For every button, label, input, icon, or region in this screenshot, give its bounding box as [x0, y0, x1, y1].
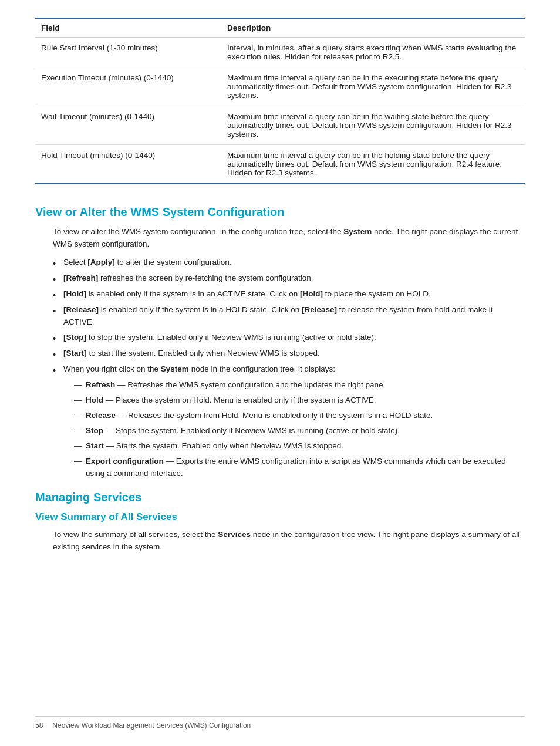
- table-cell-description: Interval, in minutes, after a query star…: [221, 38, 525, 67]
- dash-item: Export configuration — Exports the entir…: [74, 455, 525, 480]
- dash-item: Refresh — Refreshes the WMS system confi…: [74, 379, 525, 391]
- table-row: Wait Timeout (minutes) (0-1440)Maximum t…: [35, 106, 525, 145]
- footer: 58 Neoview Workload Management Services …: [35, 716, 525, 730]
- table-header-field: Field: [35, 18, 221, 38]
- table-cell-field: Rule Start Interval (1-30 minutes): [35, 38, 221, 67]
- footer-title: Neoview Workload Management Services (WM…: [52, 721, 251, 730]
- table-header-description: Description: [221, 18, 525, 38]
- section-view-alter: View or Alter the WMS System Configurati…: [35, 205, 525, 480]
- dash-item: Hold — Places the system on Hold. Menu i…: [74, 394, 525, 407]
- section1-bullets: Select [Apply] to alter the system confi…: [53, 256, 525, 480]
- list-item: [Stop] to stop the system. Enabled only …: [53, 332, 525, 344]
- table-cell-field: Execution Timeout (minutes) (0-1440): [35, 67, 221, 106]
- field-description-table: Field Description Rule Start Interval (1…: [35, 18, 525, 184]
- table-cell-field: Wait Timeout (minutes) (0-1440): [35, 106, 221, 145]
- table-cell-field: Hold Timeout (minutes) (0-1440): [35, 145, 221, 184]
- section-managing-services: Managing Services View Summary of All Se…: [35, 491, 525, 553]
- section1-intro: To view or alter the WMS system configur…: [53, 226, 525, 251]
- table-row: Execution Timeout (minutes) (0-1440)Maxi…: [35, 67, 525, 106]
- dash-item: Release — Releases the system from Hold.…: [74, 410, 525, 422]
- dash-list: Refresh — Refreshes the WMS system confi…: [74, 379, 525, 480]
- page: Field Description Rule Start Interval (1…: [0, 0, 560, 746]
- table-cell-description: Maximum time interval a query can be in …: [221, 145, 525, 184]
- list-item: When you right click on the System node …: [53, 363, 525, 480]
- dash-item: Start — Starts the system. Enabled only …: [74, 440, 525, 453]
- section2-subheading: View Summary of All Services: [35, 511, 525, 523]
- table-cell-description: Maximum time interval a query can be in …: [221, 106, 525, 145]
- list-item: [Start] to start the system. Enabled onl…: [53, 347, 525, 360]
- list-item: [Refresh] refreshes the screen by re-fet…: [53, 272, 525, 285]
- table-row: Hold Timeout (minutes) (0-1440)Maximum t…: [35, 145, 525, 184]
- table-cell-description: Maximum time interval a query can be in …: [221, 67, 525, 106]
- list-item: Select [Apply] to alter the system confi…: [53, 256, 525, 269]
- list-item: [Release] is enabled only if the system …: [53, 304, 525, 329]
- section2-body: To view the summary of all services, sel…: [53, 529, 525, 553]
- section1-heading: View or Alter the WMS System Configurati…: [35, 205, 525, 219]
- footer-page-number: 58: [35, 721, 43, 730]
- list-item: [Hold] is enabled only if the system is …: [53, 288, 525, 301]
- section2-heading: Managing Services: [35, 491, 525, 504]
- table-row: Rule Start Interval (1-30 minutes)Interv…: [35, 38, 525, 67]
- dash-item: Stop — Stops the system. Enabled only if…: [74, 425, 525, 437]
